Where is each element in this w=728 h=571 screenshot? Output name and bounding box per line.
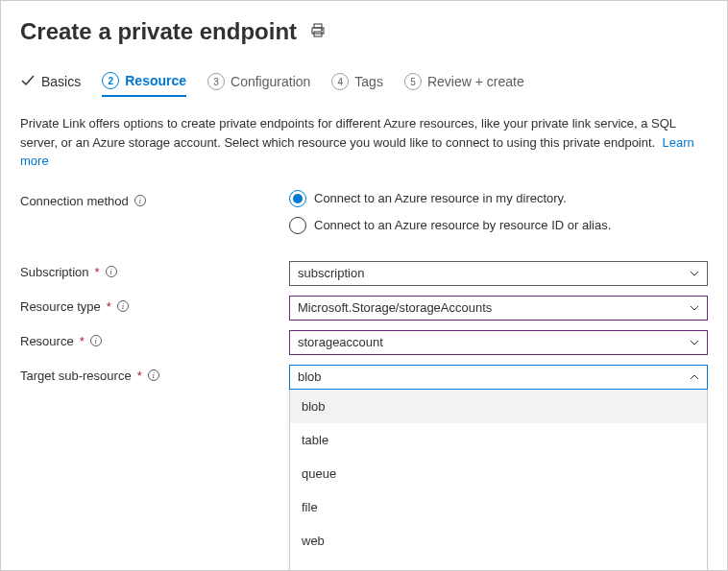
target-sub-resource-dropdown: blob table queue file web dfs [289, 390, 708, 572]
info-icon[interactable]: i [106, 266, 117, 277]
print-icon[interactable] [310, 23, 326, 41]
tab-resource[interactable]: 2 Resource [102, 72, 186, 97]
tab-tags[interactable]: 4 Tags [331, 73, 383, 96]
tab-label: Basics [41, 74, 81, 89]
connection-method-label: Connection method i [20, 190, 289, 208]
tab-review-create[interactable]: 5 Review + create [404, 73, 524, 96]
resource-type-select[interactable]: Microsoft.Storage/storageAccounts [289, 296, 708, 321]
dropdown-option-queue[interactable]: queue [290, 457, 707, 490]
page-title: Create a private endpoint [20, 18, 297, 45]
dropdown-option-table[interactable]: table [290, 423, 707, 457]
select-value: blob [298, 369, 322, 384]
resource-type-row: Resource type * i Microsoft.Storage/stor… [20, 296, 708, 321]
resource-label: Resource * i [20, 330, 289, 348]
tab-number: 3 [207, 73, 225, 90]
radio-resource-id[interactable]: Connect to an Azure resource by resource… [289, 217, 708, 234]
target-sub-resource-row: Target sub-resource * i blob blob table … [20, 365, 708, 572]
dropdown-option-blob[interactable]: blob [290, 390, 707, 423]
connection-method-row: Connection method i Connect to an Azure … [20, 190, 708, 234]
select-value: subscription [298, 266, 364, 280]
dropdown-option-dfs[interactable]: dfs [290, 558, 707, 572]
subscription-label: Subscription * i [20, 261, 289, 279]
target-sub-resource-label: Target sub-resource * i [20, 365, 289, 383]
description-text: Private Link offers options to create pr… [20, 114, 708, 171]
chevron-down-icon [690, 269, 699, 278]
chevron-up-icon [690, 372, 699, 382]
info-icon[interactable]: i [90, 335, 102, 346]
info-icon[interactable]: i [134, 195, 146, 206]
radio-indicator [289, 217, 306, 234]
tab-number: 4 [331, 73, 349, 90]
select-value: Microsoft.Storage/storageAccounts [298, 300, 492, 315]
tab-label: Configuration [231, 74, 310, 89]
check-icon [20, 73, 36, 91]
svg-rect-0 [314, 24, 322, 28]
resource-row: Resource * i storageaccount [20, 330, 708, 355]
dropdown-option-file[interactable]: file [290, 490, 707, 524]
radio-label: Connect to an Azure resource by resource… [314, 218, 611, 232]
page-header: Create a private endpoint [20, 18, 708, 45]
tab-basics[interactable]: Basics [20, 73, 81, 97]
tab-label: Resource [125, 73, 186, 88]
info-icon[interactable]: i [148, 369, 159, 381]
svg-point-3 [321, 29, 322, 30]
tab-number: 5 [404, 73, 422, 90]
tab-label: Review + create [427, 74, 524, 89]
wizard-tabs: Basics 2 Resource 3 Configuration 4 Tags… [20, 72, 708, 97]
chevron-down-icon [690, 303, 699, 313]
tab-configuration[interactable]: 3 Configuration [207, 73, 310, 96]
radio-indicator [289, 190, 306, 207]
required-indicator: * [95, 265, 100, 279]
subscription-row: Subscription * i subscription [20, 261, 708, 286]
radio-directory[interactable]: Connect to an Azure resource in my direc… [289, 190, 708, 207]
dropdown-option-web[interactable]: web [290, 524, 707, 558]
tab-label: Tags [354, 74, 383, 89]
tab-number: 2 [102, 72, 119, 89]
subscription-select[interactable]: subscription [289, 261, 708, 286]
required-indicator: * [137, 369, 142, 383]
resource-select[interactable]: storageaccount [289, 330, 708, 355]
required-indicator: * [107, 299, 111, 314]
resource-type-label: Resource type * i [20, 296, 289, 314]
connection-method-radios: Connect to an Azure resource in my direc… [289, 190, 708, 234]
chevron-down-icon [690, 338, 699, 347]
target-sub-resource-select[interactable]: blob [289, 365, 708, 390]
info-icon[interactable]: i [117, 300, 129, 312]
select-value: storageaccount [298, 335, 383, 349]
required-indicator: * [80, 334, 85, 348]
radio-label: Connect to an Azure resource in my direc… [314, 191, 567, 205]
